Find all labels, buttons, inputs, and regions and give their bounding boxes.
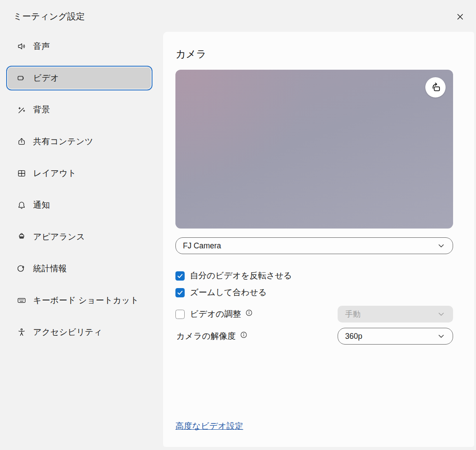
mirror-video-label: 自分のビデオを反転させる <box>190 270 292 281</box>
sidebar-item-appearance[interactable]: アピアランス <box>6 225 152 249</box>
sidebar-item-statistics[interactable]: 統計情報 <box>6 256 152 281</box>
sidebar-item-label: 背景 <box>33 104 50 116</box>
page-title: カメラ <box>175 47 453 61</box>
speaker-icon <box>17 41 26 51</box>
window-title: ミーティング設定 <box>13 11 85 22</box>
chevron-down-icon <box>436 309 446 319</box>
magic-wand-icon <box>17 105 26 115</box>
info-icon[interactable] <box>245 309 253 317</box>
mirror-video-checkbox[interactable] <box>175 271 185 281</box>
video-adjust-mode-value: 手動 <box>345 309 361 319</box>
video-adjust-row: ビデオの調整 手動 <box>175 306 453 322</box>
camera-device-select[interactable]: FJ Camera <box>175 237 453 254</box>
sidebar-item-label: 共有コンテンツ <box>33 136 93 147</box>
video-adjust-label: ビデオの調整 <box>190 308 241 320</box>
camera-resolution-label: カメラの解像度 <box>176 330 236 342</box>
camera-resolution-row: カメラの解像度 360p <box>175 328 453 345</box>
sidebar-item-label: ビデオ <box>33 72 59 84</box>
pie-chart-icon <box>17 264 26 274</box>
sidebar-item-label: アクセシビリティ <box>33 326 102 338</box>
camera-resolution-select[interactable]: 360p <box>338 328 453 345</box>
sidebar-item-label: 通知 <box>33 199 50 211</box>
chevron-down-icon <box>436 331 446 341</box>
accessibility-icon <box>17 327 26 337</box>
share-content-icon <box>17 137 26 146</box>
zoom-to-fit-label: ズームして合わせる <box>190 287 267 298</box>
sidebar-item-accessibility[interactable]: アクセシビリティ <box>6 320 152 345</box>
sidebar-item-shared-content[interactable]: 共有コンテンツ <box>6 129 152 154</box>
video-settings-panel: カメラ FJ Camera 自分のビデオを反転させる <box>163 32 474 447</box>
camera-preview <box>175 70 453 229</box>
video-adjust-mode-select: 手動 <box>338 306 453 322</box>
camera-resolution-value: 360p <box>345 332 362 341</box>
sidebar-item-video[interactable]: ビデオ <box>6 66 152 90</box>
zoom-to-fit-row: ズームして合わせる <box>175 287 453 298</box>
video-camera-icon <box>17 73 26 83</box>
close-button[interactable] <box>453 10 467 24</box>
video-adjust-checkbox[interactable] <box>175 310 185 319</box>
sidebar-item-label: アピアランス <box>33 231 85 243</box>
sidebar-item-label: キーボード ショートカット <box>33 295 139 306</box>
bell-icon <box>17 200 26 210</box>
sidebar-item-notifications[interactable]: 通知 <box>6 193 152 218</box>
settings-sidebar: 音声 ビデオ 背景 共有コンテンツ <box>0 34 163 352</box>
keyboard-icon <box>17 296 26 305</box>
sidebar-item-background[interactable]: 背景 <box>6 98 152 122</box>
sidebar-item-label: 統計情報 <box>33 263 67 274</box>
info-icon[interactable] <box>240 331 248 339</box>
rotate-camera-icon <box>430 82 441 93</box>
sidebar-item-layout[interactable]: レイアウト <box>6 161 152 186</box>
sidebar-item-label: 音声 <box>33 41 50 52</box>
chevron-down-icon <box>436 241 446 251</box>
layout-grid-icon <box>17 169 26 178</box>
close-icon <box>455 12 465 22</box>
sidebar-item-keyboard-shortcuts[interactable]: キーボード ショートカット <box>6 288 152 313</box>
sidebar-item-label: レイアウト <box>33 168 76 179</box>
advanced-video-settings-link[interactable]: 高度なビデオ設定 <box>175 420 243 432</box>
paintbrush-icon <box>17 232 26 242</box>
mirror-video-row: 自分のビデオを反転させる <box>175 270 453 281</box>
rotate-camera-button[interactable] <box>425 77 446 98</box>
sidebar-item-audio[interactable]: 音声 <box>6 34 152 59</box>
camera-device-value: FJ Camera <box>183 241 221 251</box>
zoom-to-fit-checkbox[interactable] <box>175 288 185 297</box>
